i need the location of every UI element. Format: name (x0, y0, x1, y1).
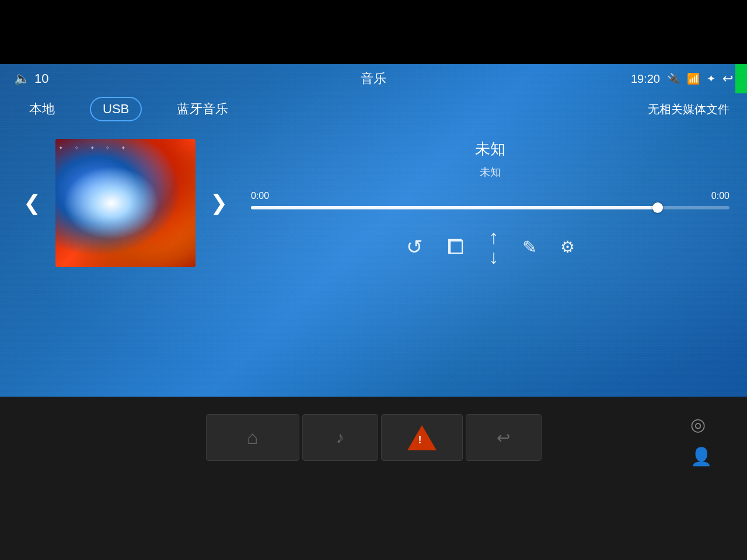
time-labels: 0:00 0:00 (251, 191, 729, 201)
album-art-image (55, 139, 196, 267)
back-button[interactable]: ↩ (722, 71, 733, 86)
song-info-area: 未知 未知 0:00 0:00 ↺ ⧠ ↑ ↓ (251, 139, 729, 267)
time-total: 0:00 (711, 191, 729, 201)
volume-level: 10 (34, 71, 48, 86)
prev-button[interactable]: ❮ (18, 185, 47, 221)
song-title: 未知 (251, 139, 729, 159)
sort-button[interactable]: ↑ ↓ (489, 227, 499, 267)
no-media-message: 无相关媒体文件 (648, 102, 729, 117)
album-area: ❮ ❯ (18, 139, 233, 267)
home-icon: ⌂ (247, 427, 258, 449)
repeat-button[interactable]: ↺ (406, 235, 423, 258)
hardware-panel: ⌂ ♪ ↩ ◎ 👤 (0, 397, 747, 560)
status-icons: 19:20 🔌 📶 ✦ ↩ (631, 71, 733, 86)
music-icon: ♪ (336, 428, 344, 447)
music-hardware-button[interactable]: ♪ (302, 414, 378, 461)
time-current: 0:00 (251, 191, 269, 201)
progress-fill (251, 206, 658, 209)
top-black-bar (0, 0, 747, 64)
back-hardware-icon: ↩ (497, 428, 510, 447)
back-hardware-button[interactable]: ↩ (466, 414, 542, 461)
home-hardware-button[interactable]: ⌂ (206, 414, 299, 461)
edit-button[interactable]: ✎ (522, 237, 537, 257)
tab-usb[interactable]: USB (90, 97, 142, 121)
progress-thumb[interactable] (652, 202, 663, 213)
playback-controls: ↺ ⧠ ↑ ↓ ✎ ⚙ (251, 227, 729, 267)
hardware-buttons: ⌂ ♪ ↩ (0, 402, 747, 473)
album-art (55, 139, 196, 267)
progress-area: 0:00 0:00 (251, 191, 729, 209)
status-bar: 🔈 10 音乐 19:20 🔌 📶 ✦ ↩ (0, 64, 747, 91)
profile-icon[interactable]: 👤 (690, 446, 712, 467)
song-artist: 未知 (251, 165, 729, 179)
volume-icon: 🔈 (14, 71, 30, 86)
hazard-icon (407, 425, 437, 450)
next-button[interactable]: ❯ (204, 185, 233, 221)
tab-bar: 本地 USB 蓝牙音乐 无相关媒体文件 (0, 91, 747, 127)
progress-bar[interactable] (251, 206, 729, 209)
usb-icon: 🔌 (667, 72, 680, 85)
page-title: 音乐 (361, 70, 386, 88)
side-icons: ◎ 👤 (690, 414, 712, 467)
wifi-icon: 📶 (687, 72, 700, 85)
delete-button[interactable]: ⧠ (446, 236, 466, 258)
equalizer-button[interactable]: ⚙ (560, 237, 575, 257)
clock: 19:20 (631, 72, 660, 86)
volume-area: 🔈 10 (14, 71, 48, 86)
main-screen: 🔈 10 音乐 19:20 🔌 📶 ✦ ↩ 本地 USB 蓝牙音乐 无相关媒体文… (0, 64, 747, 397)
tab-bluetooth[interactable]: 蓝牙音乐 (165, 97, 240, 121)
compass-icon[interactable]: ◎ (690, 414, 712, 435)
bluetooth-icon: ✦ (707, 72, 715, 85)
main-content: ❮ ❯ 未知 未知 0:00 0:00 (0, 127, 747, 279)
hazard-hardware-button[interactable] (381, 414, 463, 461)
tab-local[interactable]: 本地 (18, 97, 67, 121)
